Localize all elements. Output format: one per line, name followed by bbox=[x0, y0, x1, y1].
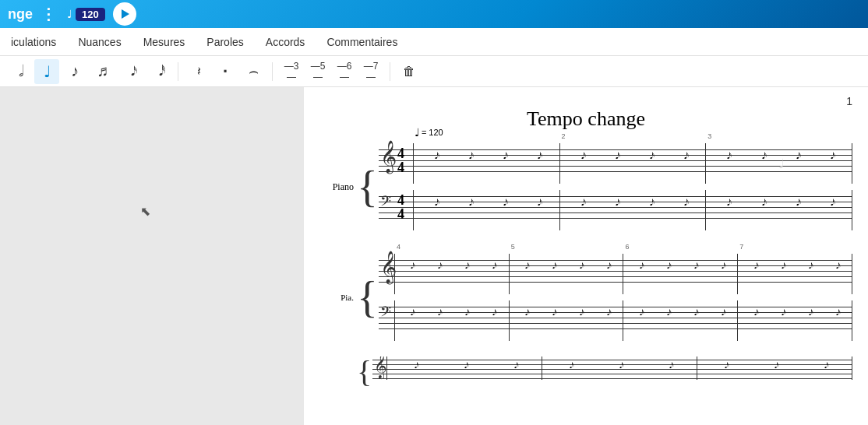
sixtyfourth-note-button[interactable]: 𝅘𝅥𝅰 bbox=[146, 59, 171, 84]
b2m6[interactable]: 𝅘𝅥𝅯𝅘𝅥𝅯𝅘𝅥𝅯𝅘𝅥𝅯 bbox=[623, 300, 738, 341]
tuplet-6-button[interactable]: —6— bbox=[332, 59, 357, 84]
treble-clef-3: 𝄞 bbox=[374, 357, 387, 379]
bass-measure-3[interactable]: 𝅘𝅥𝅯𝅘𝅥𝅯𝅘𝅥𝅯𝅘𝅥𝅯 bbox=[706, 190, 852, 230]
t2m5[interactable]: 5 𝅘𝅥𝅯𝅘𝅥𝅯𝅘𝅥𝅯𝅘𝅥𝅯 bbox=[510, 254, 624, 294]
time-sig-bass: 4 4 bbox=[397, 193, 404, 221]
tuplet-group: —3— —5— —6— —7— bbox=[279, 59, 383, 84]
page-number: 1 bbox=[846, 95, 852, 107]
delete-button[interactable]: 🗑 bbox=[397, 59, 422, 84]
menu-item-paroles[interactable]: Paroles bbox=[203, 33, 246, 51]
t2m7[interactable]: 7 𝅘𝅥𝅯𝅘𝅥𝅯𝅘𝅥𝅯𝅘𝅥𝅯 bbox=[738, 254, 852, 294]
treble-staff-1: ♩ = 120 𝄞 4 bbox=[379, 143, 852, 184]
slur-button[interactable]: ⌢ bbox=[241, 59, 266, 84]
dot-button[interactable]: · bbox=[213, 59, 238, 84]
tuplet-3-button[interactable]: —3— bbox=[279, 59, 304, 84]
t2m6[interactable]: 6 𝅘𝅥𝅯𝅘𝅥𝅯𝅘𝅥𝅯𝅘𝅥𝅯 bbox=[623, 254, 738, 294]
menu-item-articulations[interactable]: iculations bbox=[8, 33, 59, 51]
treble-staff-2: 𝄞 4 𝅘𝅥𝅯𝅘𝅥𝅯𝅘𝅥𝅯𝅘𝅥𝅯 5 𝅘𝅥𝅯𝅘𝅥𝅯� bbox=[379, 254, 852, 294]
score-area[interactable]: 1 Tempo change Piano { ♩ = 120 bbox=[304, 87, 868, 425]
staff-gap-1 bbox=[379, 184, 852, 190]
menu-item-nuances[interactable]: Nuances bbox=[75, 33, 124, 51]
bass-measures-2: 𝅘𝅥𝅯𝅘𝅥𝅯𝅘𝅥𝅯𝅘𝅥𝅯 𝅘𝅥𝅯𝅘𝅥𝅯𝅘𝅥𝅯𝅘𝅥𝅯 𝅘𝅥𝅯 bbox=[394, 300, 852, 341]
system-3: { 𝄞 8 � bbox=[327, 357, 852, 388]
system-1: Piano { ♩ = 120 bbox=[327, 143, 852, 230]
quarter-note-button[interactable]: ♩ bbox=[34, 59, 59, 84]
tempo-marking: ♩ = 120 bbox=[415, 126, 443, 139]
t3m9[interactable]: 9 𝅘𝅥𝅯𝅘𝅥𝅯𝅘𝅥𝅯 bbox=[542, 357, 697, 380]
menu-item-mesures[interactable]: Mesures bbox=[140, 33, 189, 51]
play-button[interactable] bbox=[113, 2, 136, 26]
sixteenth-note-button[interactable]: ♬ bbox=[90, 59, 115, 84]
brace-1: { bbox=[357, 143, 378, 230]
rest-button[interactable]: 𝄽 bbox=[185, 59, 210, 84]
time-sig-treble: 4 4 bbox=[397, 146, 404, 174]
measure-num-2: 2 bbox=[562, 132, 566, 140]
treble-measures-2: 4 𝅘𝅥𝅯𝅘𝅥𝅯𝅘𝅥𝅯𝅘𝅥𝅯 5 𝅘𝅥𝅯𝅘𝅥𝅯𝅘𝅥𝅯𝅘𝅥𝅯 bbox=[394, 254, 852, 294]
whole-note-button[interactable]: 𝅗𝅥 bbox=[6, 59, 31, 84]
measure-num-6: 6 bbox=[625, 243, 629, 251]
treble-measure-2[interactable]: 2 𝅘𝅥𝅯𝅘𝅥𝅯𝅘𝅥𝅯𝅘𝅥𝅯 bbox=[560, 143, 707, 184]
bass-measure-2[interactable]: 𝅘𝅥𝅯𝅘𝅥𝅯𝅘𝅥𝅯𝅘𝅥𝅯 bbox=[560, 190, 707, 230]
main-content: ⬉ 1 Tempo change Piano { ♩ = 120 bbox=[0, 87, 868, 425]
t2m4[interactable]: 4 𝅘𝅥𝅯𝅘𝅥𝅯𝅘𝅥𝅯𝅘𝅥𝅯 bbox=[394, 254, 510, 294]
separator-2 bbox=[272, 62, 273, 81]
brace-2: { bbox=[357, 254, 378, 341]
instrument-label-short: Pia. bbox=[327, 254, 357, 341]
b2m4[interactable]: 𝅘𝅥𝅯𝅘𝅥𝅯𝅘𝅥𝅯𝅘𝅥𝅯 bbox=[394, 300, 510, 341]
treble-measures-3: 8 𝅘𝅥𝅯𝅘𝅥𝅯𝅘𝅥𝅯 9 𝅘𝅥𝅯𝅘𝅥𝅯𝅘𝅥𝅯 bbox=[386, 357, 852, 380]
bass-staff-2: 𝄢 𝅘𝅥𝅯𝅘𝅥𝅯𝅘𝅥𝅯𝅘𝅥𝅯 𝅘𝅥𝅯𝅘𝅥𝅯𝅘𝅥𝅯𝅘𝅥𝅯 bbox=[379, 300, 852, 341]
menu-item-accords[interactable]: Accords bbox=[263, 33, 309, 51]
tempo-value-badge[interactable]: 120 bbox=[76, 8, 105, 21]
menubar: iculations Nuances Mesures Paroles Accor… bbox=[0, 28, 868, 56]
eighth-note-button[interactable]: ♪ bbox=[62, 59, 87, 84]
t3m10[interactable]: 10 𝅘𝅥𝅯𝅘𝅥𝅯𝅘𝅥𝅯 bbox=[697, 357, 852, 380]
b2m5[interactable]: 𝅘𝅥𝅯𝅘𝅥𝅯𝅘𝅥𝅯𝅘𝅥𝅯 bbox=[510, 300, 624, 341]
tuplet-7-button[interactable]: —7— bbox=[358, 59, 383, 84]
app-title: nge bbox=[8, 6, 33, 23]
system-2: Pia. { 𝄞 4 bbox=[327, 254, 852, 341]
staves-3: 𝄞 8 𝅘𝅥𝅯𝅘𝅥𝅯𝅘𝅥𝅯 9 𝅘𝅥𝅯𝅘𝅥𝅯𝅘𝅥𝅯 bbox=[372, 357, 852, 388]
measure-num-7: 7 bbox=[739, 243, 743, 251]
menu-item-commentaires[interactable]: Commentaires bbox=[323, 33, 400, 51]
bass-measures-1: 𝅘𝅥𝅯𝅘𝅥𝅯𝅘𝅥𝅯𝅘𝅥𝅯 𝅘𝅥𝅯𝅘𝅥𝅯𝅘𝅥𝅯𝅘𝅥𝅯 𝅘𝅥𝅯 bbox=[413, 190, 852, 230]
bass-clef-2: 𝄢 bbox=[380, 304, 391, 324]
treble-staff-3: 𝄞 8 𝅘𝅥𝅯𝅘𝅥𝅯𝅘𝅥𝅯 9 𝅘𝅥𝅯𝅘𝅥𝅯𝅘𝅥𝅯 bbox=[372, 357, 852, 380]
left-panel: ⬉ bbox=[0, 87, 304, 425]
instrument-label-3 bbox=[327, 357, 357, 388]
tempo-note-symbol: ♩ bbox=[415, 126, 420, 139]
treble-measures-1: 𝅘𝅥𝅯𝅘𝅥𝅯𝅘𝅥𝅯𝅘𝅥𝅯 2 𝅘𝅥𝅯𝅘𝅥𝅯𝅘𝅥𝅯𝅘𝅥𝅯 3 bbox=[413, 143, 852, 184]
measure-num-5: 5 bbox=[511, 243, 515, 251]
score-title: Tempo change bbox=[319, 107, 852, 131]
b2m7[interactable]: 𝅘𝅥𝅯𝅘𝅥𝅯𝅘𝅥𝅯𝅘𝅥𝅯 bbox=[738, 300, 852, 341]
tempo-equals: = 120 bbox=[422, 128, 443, 137]
measure-num-4: 4 bbox=[397, 243, 400, 251]
measure-num-3: 3 bbox=[707, 132, 711, 140]
topbar: nge ⋮ ♩ 120 bbox=[0, 0, 868, 28]
tempo-note-icon: ♩ bbox=[67, 8, 72, 20]
staves-2: 𝄞 4 𝅘𝅥𝅯𝅘𝅥𝅯𝅘𝅥𝅯𝅘𝅥𝅯 5 𝅘𝅥𝅯𝅘𝅥𝅯� bbox=[379, 254, 852, 341]
staves-1: ♩ = 120 𝄞 4 bbox=[379, 143, 852, 230]
treble-measure-3[interactable]: 3 𝅘𝅥𝅯𝅘𝅥𝅯𝅘𝅥𝅯𝅘𝅥𝅯 𝅗𝅥 bbox=[706, 143, 852, 184]
bass-staff-1: 𝄢 4 4 𝅘𝅥𝅯𝅘𝅥𝅯𝅘𝅥𝅯𝅘𝅥𝅯 bbox=[379, 190, 852, 230]
instrument-label-full: Piano bbox=[327, 143, 357, 230]
cursor: ⬉ bbox=[140, 204, 150, 219]
thirtysecond-note-button[interactable]: 𝅘𝅥𝅯 bbox=[118, 59, 143, 84]
separator-1 bbox=[178, 62, 178, 81]
menu-dots[interactable]: ⋮ bbox=[41, 5, 56, 23]
bass-clef: 𝄢 bbox=[380, 193, 391, 213]
t3m8[interactable]: 8 𝅘𝅥𝅯𝅘𝅥𝅯𝅘𝅥𝅯 bbox=[386, 357, 542, 380]
staff-gap-2 bbox=[379, 294, 852, 300]
toolbar: 𝅗𝅥 ♩ ♪ ♬ 𝅘𝅥𝅯 𝅘𝅥𝅰 𝄽 · ⌢ —3— —5— —6— —7— 🗑 bbox=[0, 56, 868, 87]
treble-measure-1[interactable]: 𝅘𝅥𝅯𝅘𝅥𝅯𝅘𝅥𝅯𝅘𝅥𝅯 bbox=[413, 143, 560, 184]
separator-3 bbox=[390, 62, 390, 81]
treble-clef: 𝄞 bbox=[380, 140, 397, 173]
tempo-display: ♩ 120 bbox=[67, 8, 105, 21]
bass-measure-1[interactable]: 𝅘𝅥𝅯𝅘𝅥𝅯𝅘𝅥𝅯𝅘𝅥𝅯 bbox=[413, 190, 560, 230]
brace-3: { bbox=[357, 357, 372, 388]
tuplet-5-button[interactable]: —5— bbox=[305, 59, 330, 84]
